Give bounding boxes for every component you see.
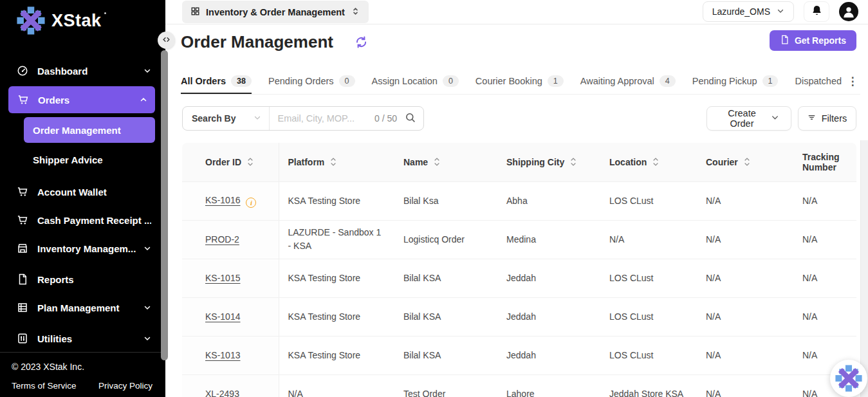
workspace-dropdown[interactable]: Lazurde_OMS [703, 1, 794, 22]
table-row[interactable]: PROD-2 LAZURDE - Sandbox 1 - KSA Logisti… [182, 220, 856, 259]
more-tabs-button[interactable]: ⋮ [845, 73, 860, 89]
order-id-link[interactable]: KS-1013 [205, 350, 240, 360]
table-row[interactable]: KS-1015 KSA Testing Store Bilal KSA Jedd… [182, 259, 856, 297]
tracking-number-cell: N/A [793, 181, 856, 220]
sliders-icon [17, 333, 28, 344]
tab-count-badge: 1 [762, 75, 779, 87]
create-order-button[interactable]: Create Order [706, 106, 791, 131]
sort-icon[interactable] [570, 157, 577, 167]
notifications-button[interactable] [804, 1, 829, 22]
shipping-city-cell: Lahore [497, 374, 600, 397]
brand-name: XStak [51, 11, 102, 31]
vertical-dots-icon: ⋮ [847, 75, 858, 88]
courier-cell: N/A [697, 336, 793, 374]
column-label: Platform [288, 157, 325, 167]
filters-button[interactable]: Filters [798, 106, 856, 131]
sidebar-item-label: Plan Management [37, 302, 143, 313]
column-label: Order ID [205, 157, 241, 167]
tab-courier-booking[interactable]: Courier Booking 1 [476, 68, 564, 94]
get-reports-label: Get Reports [795, 35, 846, 46]
search-bar: Search By 0 / 50 [182, 106, 424, 131]
tracking-number-cell: N/A [793, 220, 856, 259]
sort-icon[interactable] [434, 157, 440, 167]
sidebar-scrollbar[interactable] [161, 50, 168, 360]
sidebar-item-label: Reports [37, 274, 151, 285]
tab-count-badge: 1 [548, 75, 564, 87]
tab-dispatched[interactable]: Dispatched 0 [795, 68, 844, 94]
sidebar-item-dashboard[interactable]: Dashboard [0, 57, 165, 85]
order-id-link[interactable]: KS-1016 [205, 195, 240, 205]
sidebar-item-cash-payment-receipt[interactable]: Cash Payment Receipt ... [0, 206, 165, 234]
xstak-chat-widget-button[interactable] [830, 360, 867, 397]
column-header-platform[interactable]: Platform [279, 143, 394, 181]
sidebar-item-order-management[interactable]: Order Management [24, 117, 155, 143]
sort-icon[interactable] [330, 157, 337, 167]
page-scrollbar[interactable] [860, 140, 868, 397]
bell-icon [811, 5, 823, 19]
column-header-courier[interactable]: Courier [697, 143, 793, 181]
chevron-down-icon [771, 113, 779, 124]
tab-awaiting-approval[interactable]: Awaiting Approval 4 [580, 68, 676, 94]
search-icon [405, 112, 416, 125]
tab-count-badge: 4 [660, 75, 676, 87]
tab-assign-location[interactable]: Assign Location 0 [372, 68, 459, 94]
sidebar-item-reports[interactable]: Reports [0, 265, 165, 293]
tab-label: Dispatched [795, 76, 842, 86]
tab-pending-pickup[interactable]: Pending Pickup 1 [692, 68, 779, 94]
table-actions: Create Order Filters [706, 106, 856, 131]
tab-all-orders[interactable]: All Orders 38 [181, 68, 252, 94]
sidebar-footer: © 2023 XStak Inc. Terms of Service Priva… [0, 352, 165, 397]
get-reports-button[interactable]: Get Reports [770, 30, 856, 51]
courier-cell: N/A [697, 181, 793, 220]
privacy-policy-link[interactable]: Privacy Policy [98, 381, 152, 391]
order-id-link[interactable]: PROD-2 [205, 234, 239, 245]
courier-cell: N/A [697, 374, 793, 397]
main-content: Inventory & Order Management Lazurde_OMS [165, 0, 868, 397]
copyright-text: © 2023 XStak Inc. [12, 362, 152, 372]
column-header-shipping-city[interactable]: Shipping City [497, 143, 600, 181]
sort-icon[interactable] [247, 157, 254, 167]
courier-cell: N/A [697, 220, 793, 259]
platform-cell: N/A [279, 374, 394, 397]
grid-icon [190, 6, 200, 18]
column-header-name[interactable]: Name [394, 143, 497, 181]
column-header-order-id[interactable]: Order ID [182, 143, 279, 181]
tab-pending-orders[interactable]: Pending Orders 0 [268, 68, 355, 94]
sort-icon[interactable] [744, 157, 750, 167]
order-id-link[interactable]: KS-1014 [205, 311, 240, 322]
search-by-dropdown[interactable]: Search By [183, 107, 270, 130]
location-cell: LOS CLust [600, 259, 697, 297]
sort-icon[interactable] [652, 157, 659, 167]
sidebar-item-shipper-advice[interactable]: Shipper Advice [24, 147, 155, 172]
table-row[interactable]: KS-1014 KSA Testing Store Bilal KSA Jedd… [182, 297, 856, 336]
sidebar-item-plan-management[interactable]: Plan Management [0, 293, 165, 322]
search-submit-button[interactable] [403, 112, 423, 125]
app-switcher-label: Inventory & Order Management [206, 7, 345, 17]
sidebar-item-orders[interactable]: Orders [8, 86, 155, 113]
user-avatar[interactable] [839, 2, 858, 21]
xstak-asterisk-icon [17, 6, 45, 35]
document-icon [780, 35, 790, 46]
location-cell: LOS CLust [600, 297, 697, 336]
sidebar-item-inventory-management[interactable]: Inventory Managem... [0, 234, 165, 263]
table-row[interactable]: XL-2493 N/A Test Order Lahore Jeddah Sto… [182, 374, 856, 397]
search-input[interactable] [270, 113, 374, 124]
sidebar-collapse-button[interactable] [158, 32, 175, 49]
column-header-location[interactable]: Location [600, 143, 697, 181]
name-cell: Bilal KSA [394, 259, 497, 297]
column-label: Name [403, 157, 428, 167]
tab-label: Courier Booking [476, 76, 542, 86]
sidebar-item-utilities[interactable]: Utilities [0, 324, 165, 353]
chevron-down-icon [143, 304, 151, 311]
table-row[interactable]: KS-1013 KSA Testing Store Bilal KSA Jedd… [182, 336, 856, 374]
terms-of-service-link[interactable]: Terms of Service [12, 381, 77, 391]
order-id-link[interactable]: XL-2493 [205, 389, 239, 397]
sidebar-item-account-wallet[interactable]: Account Wallet [0, 178, 165, 206]
order-id-link[interactable]: KS-1015 [205, 273, 240, 283]
app-switcher-dropdown[interactable]: Inventory & Order Management [182, 1, 369, 23]
cart-icon [17, 214, 28, 226]
info-icon[interactable]: i [246, 198, 256, 208]
refresh-button[interactable] [353, 35, 369, 51]
table-row[interactable]: KS-1016i KSA Testing Store Bilal Ksa Abh… [182, 181, 856, 220]
sidebar-menu: Dashboard Orders Order Management Shippe… [0, 57, 165, 353]
